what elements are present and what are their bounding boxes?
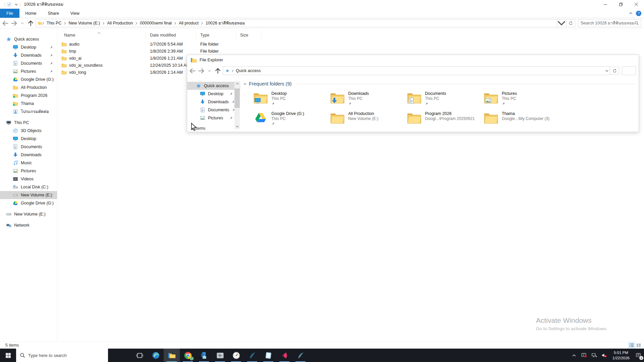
back-icon[interactable] — [189, 67, 197, 75]
column-header-type[interactable]: Type — [196, 32, 236, 39]
taskbar-icon-blue-app[interactable] — [196, 349, 212, 362]
folder-tile-thama[interactable]: ThamaGoogle...\My Computer (3) — [484, 111, 561, 125]
close-button[interactable] — [629, 0, 644, 9]
up-icon[interactable] — [214, 67, 222, 75]
sidebar-item-desktop[interactable]: Desktop — [0, 43, 57, 51]
taskbar-icon-quill-app[interactable] — [292, 349, 309, 362]
details-view-button[interactable] — [628, 342, 635, 348]
popup-nav-pictures[interactable]: Pictures — [187, 114, 240, 122]
column-header-name[interactable]: Name — [57, 32, 146, 39]
file-row-audio[interactable]: audio1/7/2026 5:54 AMFile folder — [57, 41, 644, 48]
action-center-icon[interactable]: 1 — [633, 349, 644, 362]
ribbon-tab-view[interactable]: View — [65, 9, 85, 18]
refresh-icon[interactable] — [566, 19, 575, 27]
collapse-ribbon-icon[interactable] — [629, 12, 632, 15]
address-dropdown-icon[interactable] — [557, 19, 566, 27]
breadcrumb-item-all-production[interactable]: All Production — [105, 19, 135, 27]
frequent-folders-header[interactable]: Frequent folders (9) — [244, 81, 636, 86]
taskbar-icon-notes-app[interactable] — [260, 349, 276, 362]
recent-locations-icon[interactable] — [18, 19, 26, 27]
sidebar-group-quick-access[interactable]: Quick access — [0, 35, 57, 43]
taskbar-icon-audio-app[interactable] — [212, 349, 228, 362]
taskbar-icon-chrome[interactable]: SJ — [180, 349, 196, 362]
sidebar-item-downloads[interactable]: Downloads — [0, 151, 57, 159]
breadcrumb-item-10026[interactable]: 10026 ยาสีฟันขอหอม — [203, 19, 248, 27]
sidebar-item-thama[interactable]: Thama — [0, 100, 57, 108]
popup-search-box[interactable] — [622, 66, 636, 75]
sidebar-item-new-volume-e[interactable]: New Volume (E:) — [0, 191, 57, 199]
refresh-icon[interactable] — [610, 67, 619, 75]
scroll-up-icon[interactable] — [236, 82, 239, 85]
sidebar-group-new-volume-e[interactable]: New Volume (E:) — [0, 210, 57, 218]
network-tray-icon[interactable] — [589, 349, 599, 362]
sidebar-item-all-production[interactable]: All Production — [0, 83, 57, 92]
sidebar-item-videos[interactable]: Videos — [0, 175, 57, 183]
file-row-tmp[interactable]: tmp1/8/2026 2:39 AMFile folder — [57, 48, 644, 55]
ribbon-tab-home[interactable]: Home — [19, 9, 42, 18]
forward-icon[interactable] — [197, 67, 205, 75]
breadcrumb-item-this-pc[interactable]: This PC — [44, 19, 64, 27]
address-bar[interactable]: This PCNew Volume (E:)All Production0000… — [36, 19, 557, 27]
folder-tile-downloads[interactable]: DownloadsThis PC — [330, 91, 407, 111]
sidebar-item-3d-objects[interactable]: 3D Objects — [0, 127, 57, 135]
taskbar-icon-task-view[interactable] — [131, 349, 148, 362]
restore-button[interactable] — [613, 0, 629, 9]
minimize-button[interactable] — [598, 0, 613, 9]
taskbar-icon-edge[interactable] — [148, 349, 164, 362]
breadcrumb-item-all-product[interactable]: All product — [176, 19, 201, 27]
volume-muted-icon[interactable] — [599, 349, 609, 362]
search-input[interactable] — [581, 21, 635, 25]
address-dropdown-icon[interactable] — [605, 69, 608, 72]
taskbar-icon-media-app[interactable] — [276, 349, 292, 362]
popup-nav-quick-access[interactable]: Quick access — [187, 82, 240, 90]
sidebar-item-desktop[interactable]: Desktop — [0, 135, 57, 143]
start-button[interactable] — [0, 349, 16, 362]
taskbar-icon-feather-app[interactable] — [244, 349, 260, 362]
column-header-size[interactable]: Size — [236, 32, 261, 39]
ribbon-tab-file[interactable]: File — [0, 9, 19, 18]
folder-tile-documents[interactable]: DocumentsThis PC — [407, 91, 484, 111]
back-icon[interactable] — [1, 19, 10, 27]
show-hidden-icons-icon[interactable] — [569, 349, 579, 362]
popup-nav-downloads[interactable]: Downloads — [187, 98, 240, 106]
popup-nav-documents[interactable]: Documents — [187, 106, 240, 114]
popup-nav-desktop[interactable]: Desktop — [187, 90, 240, 98]
scroll-down-icon[interactable] — [236, 125, 239, 128]
forward-icon[interactable] — [10, 19, 18, 27]
properties-button[interactable] — [7, 2, 11, 7]
sidebar-item-downloads[interactable]: Downloads — [0, 51, 57, 59]
help-icon[interactable]: ? — [636, 11, 641, 16]
sidebar-group-network[interactable]: Network — [0, 221, 57, 229]
sidebar-item-pictures[interactable]: Pictures — [0, 67, 57, 75]
sidebar-item-google-drive-g[interactable]: Google Drive (G:) — [0, 75, 57, 83]
taskbar-clock[interactable]: 5:01 PM 1/22/2026 — [609, 349, 633, 362]
sidebar-item-documents[interactable]: Documents — [0, 143, 57, 151]
sidebar-item-local-disk-c[interactable]: Local Disk (C:) — [0, 183, 57, 191]
sidebar-item-google-drive-g[interactable]: Google Drive (G:) — [0, 199, 57, 207]
column-header-date-modified[interactable]: Date modified — [146, 32, 196, 39]
folder-tile-desktop[interactable]: DesktopThis PC — [254, 91, 330, 111]
customize-qat-button[interactable] — [15, 3, 18, 6]
sidebar-item-program-2026[interactable]: Program 2026 — [0, 92, 57, 100]
sidebar-item-documents[interactable]: Documents — [0, 59, 57, 67]
sidebar-item-item8[interactable]: โปรแกรมตัดต่อ — [0, 108, 57, 116]
up-icon[interactable] — [26, 19, 35, 27]
folder-tile-program-2026[interactable]: Program 2026Googl...\Program 20250921 — [407, 111, 484, 125]
scrollbar-thumb[interactable] — [234, 88, 240, 108]
folder-tile-pictures[interactable]: PicturesThis PC — [484, 91, 561, 111]
breadcrumb-item-new-volume-e[interactable]: New Volume (E:) — [66, 19, 102, 27]
sidebar-item-pictures[interactable]: Pictures — [0, 167, 57, 175]
sidebar-item-music[interactable]: Music — [0, 159, 57, 167]
folder-tile-all-production[interactable]: All ProductionNew Volume (E:) — [330, 111, 407, 125]
thumbnails-view-button[interactable] — [635, 342, 642, 348]
taskbar-icon-file-explorer[interactable] — [164, 349, 180, 362]
popup-address-bar[interactable]: Quick access — [223, 66, 610, 75]
taskbar-icon-gauge-app[interactable] — [228, 349, 244, 362]
screenshare-tray-icon[interactable] — [579, 349, 589, 362]
taskbar-search-input[interactable] — [28, 353, 104, 358]
ribbon-tab-share[interactable]: Share — [42, 9, 65, 18]
folder-tile-google-drive-g[interactable]: Google Drive (G:)This PC — [254, 111, 330, 125]
breadcrumb-item-000000semi-final[interactable]: 000000semi final — [138, 19, 174, 27]
sidebar-group-this-pc[interactable]: This PC — [0, 119, 57, 127]
recent-locations-icon[interactable] — [205, 67, 214, 75]
